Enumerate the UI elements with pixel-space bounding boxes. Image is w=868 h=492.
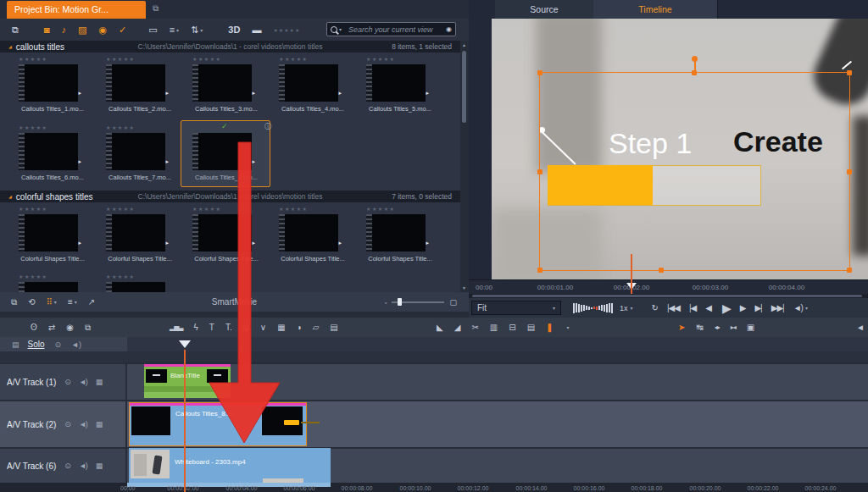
browse-folder-icon[interactable]: ▭: [148, 25, 157, 36]
rating-stars-icon[interactable]: ★★★★★: [106, 56, 184, 62]
rating-stars-icon[interactable]: ★★★★★: [366, 56, 444, 62]
resize-handle[interactable]: [847, 169, 852, 174]
media-item[interactable]: ★★★★★ ▸ Colorful Shapes Title...: [99, 202, 184, 263]
smartmovie-button[interactable]: SmartMovie: [212, 297, 257, 307]
volume-caret-icon[interactable]: ▾: [805, 305, 808, 311]
video-thumbnail[interactable]: ▸: [192, 214, 252, 252]
collapse-icon[interactable]: ◢: [8, 194, 12, 199]
preview-scrollbar-thumb[interactable]: [472, 295, 862, 297]
media-item[interactable]: ★★★★★ ▸ Callouts Titles_3.mo...: [186, 53, 270, 113]
step-back-button[interactable]: ◀: [705, 303, 711, 312]
track-header-1[interactable]: A/V Track (1) ⊙ ◄) ▦: [0, 364, 127, 400]
tag-icon[interactable]: ▬: [252, 25, 261, 35]
eye-icon[interactable]: ⊙: [64, 462, 70, 470]
video-thumbnail[interactable]: ▸: [366, 64, 426, 102]
list-view-icon[interactable]: ≡: [68, 297, 73, 307]
media-item[interactable]: ★★★★★ ▸ Colorful Shapes Title...: [12, 202, 97, 263]
marker-caret-icon[interactable]: ▾: [566, 324, 569, 330]
video-thumbnail[interactable]: [106, 282, 165, 292]
clip-callouts-titles-8[interactable]: Callouts Titles_8.m...: [129, 402, 307, 446]
speaker-icon[interactable]: ◄): [79, 378, 87, 386]
rating-stars-icon[interactable]: ★★★★★: [366, 206, 444, 212]
list-view-caret-icon[interactable]: ▾: [75, 299, 77, 305]
zoom-in-icon[interactable]: ▸◂: [731, 323, 736, 331]
speaker-icon[interactable]: ◄): [79, 420, 87, 428]
photo-filter-icon[interactable]: ▨: [78, 25, 86, 36]
track-options-icon[interactable]: ▦: [96, 420, 103, 428]
rating-stars-icon[interactable]: ★★★★★: [106, 206, 184, 212]
video-thumbnail[interactable]: ▸: [19, 64, 78, 102]
play-button[interactable]: ▶: [722, 301, 731, 315]
film-icon[interactable]: ▤: [330, 323, 337, 332]
view-list-caret-icon[interactable]: ▾: [176, 27, 179, 33]
timeline-playhead-marker[interactable]: [179, 340, 191, 348]
loop-button[interactable]: ↻: [652, 303, 658, 312]
video-thumbnail[interactable]: ▸: [279, 214, 338, 252]
zoom-slider-track[interactable]: [392, 301, 444, 303]
copy-icon[interactable]: ⧉: [11, 297, 17, 307]
eye-icon[interactable]: ⊙: [64, 378, 70, 386]
track-list-icon[interactable]: ▤: [12, 340, 19, 349]
trim-in-icon[interactable]: ◣: [437, 323, 443, 332]
clip-audio-strip[interactable]: [144, 386, 231, 392]
media-item[interactable]: ★★★★★ ▸ Callouts Titles_6.mo...: [12, 121, 97, 181]
voiceover-icon[interactable]: ψ: [243, 323, 249, 332]
step-forward-button[interactable]: ▶: [740, 303, 746, 312]
video-thumbnail[interactable]: ▸: [192, 64, 252, 102]
track-header-6[interactable]: A/V Track (6) ⊙ ◄) ▦: [0, 449, 127, 483]
film2-icon[interactable]: ▤: [527, 323, 535, 332]
rating-stars-icon[interactable]: ★★★★★: [279, 206, 357, 212]
media-item[interactable]: ★★★★★ ▸ Colorful Shapes Title...: [272, 202, 357, 263]
video-thumbnail[interactable]: ▸: [106, 133, 165, 170]
speed-caret-icon[interactable]: ▾: [631, 305, 633, 311]
search-input[interactable]: [347, 25, 446, 35]
resize-handle[interactable]: [847, 268, 852, 273]
video-thumbnail[interactable]: [19, 282, 78, 292]
rating-stars-icon[interactable]: ★★★★★: [192, 206, 270, 212]
overflow-icon[interactable]: ◄: [856, 323, 865, 332]
rating-filter-icon[interactable]: ★★★★★: [273, 27, 300, 33]
eraser-icon[interactable]: ▱: [313, 323, 320, 332]
3d-button[interactable]: 3D: [228, 25, 240, 35]
filmstrip-icon[interactable]: ▥: [490, 323, 498, 332]
next-edit-button[interactable]: ▶|: [754, 303, 761, 312]
video-filter-icon[interactable]: ◙: [44, 25, 50, 35]
check-filter-icon[interactable]: ✓: [119, 25, 126, 36]
pin-icon[interactable]: ⧉: [153, 3, 159, 14]
video-thumbnail[interactable]: ▸: [279, 64, 338, 102]
track-row-1[interactable]: A/V Track (1) ⊙ ◄) ▦: [0, 362, 868, 400]
clip-whiteboard[interactable]: Whiteboard - 2303.mp4: [129, 448, 331, 483]
track-options-icon[interactable]: ▦: [96, 462, 103, 470]
multicam-icon[interactable]: ▦: [277, 323, 285, 332]
sync-icon[interactable]: ⟲: [28, 297, 35, 307]
select-cursor-icon[interactable]: ➤: [678, 323, 685, 332]
scroll-up-icon[interactable]: ▲: [462, 42, 466, 47]
preview-playhead-line[interactable]: [631, 254, 632, 298]
link-icon[interactable]: ʘ: [31, 323, 37, 332]
video-thumbnail[interactable]: ▸: [106, 214, 165, 252]
section-header-callouts[interactable]: ◢ callouts titles C:\Users\Jennifer\Down…: [0, 41, 460, 53]
volume-button[interactable]: ◄): [793, 303, 803, 312]
rotation-handle[interactable]: [692, 56, 698, 62]
media-item[interactable]: ★★★★★: [12, 270, 97, 292]
audio-mixer-icon[interactable]: ▂▅▃: [170, 323, 182, 331]
rating-stars-icon[interactable]: ★★★★★: [19, 206, 97, 212]
media-item[interactable]: ★★★★★ ▸ Colorful Shapes Title...: [186, 202, 270, 263]
collapse-icon[interactable]: ◢: [8, 44, 12, 49]
search-clear-icon[interactable]: ◉: [446, 25, 452, 33]
fit-timeline-icon[interactable]: ↹: [696, 323, 703, 332]
arrange-icon[interactable]: ⇄: [48, 323, 55, 332]
resize-handle[interactable]: [537, 70, 542, 75]
video-thumbnail[interactable]: ▸: [192, 133, 252, 170]
rating-stars-icon[interactable]: ★★★★★: [19, 274, 97, 279]
duplicate-icon[interactable]: ⧉: [85, 323, 91, 333]
sort-caret-icon[interactable]: ▾: [200, 27, 203, 33]
zoom-slider-thumb[interactable]: [398, 298, 402, 306]
resize-handle[interactable]: [537, 268, 542, 273]
info-icon[interactable]: ⓘ: [264, 122, 271, 131]
send-to-timeline-icon[interactable]: ↗: [88, 297, 95, 307]
speaker-icon[interactable]: ◄): [71, 340, 81, 349]
media-item[interactable]: ★★★★★ ▸ Callouts Titles_1.mo...: [12, 53, 97, 113]
solo-button[interactable]: Solo: [28, 340, 45, 349]
disc-filter-icon[interactable]: ◉: [98, 25, 107, 36]
